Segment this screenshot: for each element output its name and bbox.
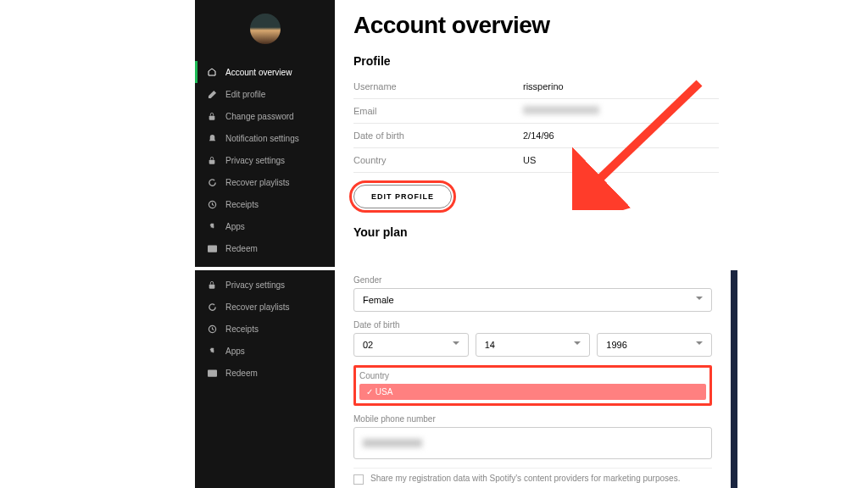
puzzle-icon <box>207 346 217 356</box>
svg-rect-3 <box>208 245 217 252</box>
field-value: 2/14/96 <box>523 130 554 141</box>
sidebar-item-redeem[interactable]: Redeem <box>195 362 335 384</box>
sidebar-item-label: Notification settings <box>225 134 299 143</box>
refresh-icon <box>207 302 217 312</box>
edit-profile-button[interactable]: EDIT PROFILE <box>353 185 452 208</box>
field-label: Mobile phone number <box>353 414 712 424</box>
checkbox-icon[interactable] <box>353 474 364 485</box>
svg-rect-1 <box>209 159 215 164</box>
sidebar-item-label: Recover playlists <box>225 178 290 187</box>
profile-row-country: Country US <box>353 148 719 173</box>
field-value: US <box>523 155 536 165</box>
card-icon <box>207 368 217 378</box>
lock-icon <box>207 280 217 290</box>
field-label: Email <box>353 106 523 116</box>
bell-icon <box>207 133 217 143</box>
sidebar-item-label: Apps <box>225 347 245 356</box>
sidebar-item-redeem[interactable]: Redeem <box>195 237 335 259</box>
field-label: Username <box>353 81 523 92</box>
dob-month-select[interactable]: 14 <box>476 333 591 357</box>
sidebar-item-receipts[interactable]: Receipts <box>195 318 335 340</box>
profile-row-email: Email <box>353 99 719 124</box>
sidebar-item-label: Account overview <box>225 68 292 77</box>
dob-year-select[interactable]: 1996 <box>597 333 712 357</box>
sidebar-item-privacy-settings[interactable]: Privacy settings <box>195 149 335 171</box>
gender-select[interactable]: Female <box>353 288 712 312</box>
lock-icon <box>207 111 217 121</box>
home-icon <box>207 67 217 77</box>
svg-rect-5 <box>209 284 215 288</box>
sidebar-item-label: Apps <box>225 222 245 231</box>
svg-rect-0 <box>209 115 215 119</box>
sidebar-item-label: Redeem <box>225 244 258 253</box>
field-value: rissperino <box>523 81 564 92</box>
refresh-icon <box>207 177 217 187</box>
sidebar-item-label: Recover playlists <box>225 302 290 312</box>
main-content: Account overview Profile Username risspe… <box>335 0 737 267</box>
sidebar-item-label: Privacy settings <box>225 156 285 165</box>
sidebar-item-label: Change password <box>225 112 294 121</box>
sidebar-item-receipts[interactable]: Receipts <box>195 193 335 215</box>
edit-form: Gender Female Date of birth 02 14 1996 C… <box>335 270 737 488</box>
dob-day-select[interactable]: 02 <box>353 333 469 357</box>
country-select[interactable]: ✓ USA <box>359 384 706 400</box>
sidebar-item-label: Redeem <box>225 369 258 378</box>
pencil-icon <box>207 89 217 99</box>
redacted-value <box>523 106 599 114</box>
field-label: Gender <box>353 275 712 285</box>
card-icon <box>207 243 217 253</box>
consent-checkbox-row[interactable]: Share my registration data with Spotify'… <box>353 468 712 488</box>
field-label: Date of birth <box>353 130 523 141</box>
sidebar-item-apps[interactable]: Apps <box>195 215 335 237</box>
page-title: Account overview <box>353 12 719 39</box>
sidebar-item-label: Receipts <box>225 324 259 334</box>
sidebar-item-notification-settings[interactable]: Notification settings <box>195 127 335 149</box>
sidebar-item-change-password[interactable]: Change password <box>195 105 335 127</box>
sidebar-item-privacy-settings[interactable]: Privacy settings <box>195 274 335 296</box>
sidebar-item-edit-profile[interactable]: Edit profile <box>195 83 335 105</box>
phone-input[interactable] <box>353 427 712 459</box>
sidebar: Account overview Edit profile Change pas… <box>195 0 335 267</box>
avatar[interactable] <box>250 14 281 44</box>
consent-label: Share my registration data with Spotify'… <box>370 474 680 483</box>
sidebar-item-account-overview[interactable]: Account overview <box>195 61 335 83</box>
profile-row-dob: Date of birth 2/14/96 <box>353 124 719 148</box>
svg-rect-7 <box>208 369 217 376</box>
profile-heading: Profile <box>353 54 719 68</box>
clock-icon <box>207 324 217 334</box>
field-label: Country <box>353 155 523 165</box>
puzzle-icon <box>207 221 217 231</box>
sidebar-item-recover-playlists[interactable]: Recover playlists <box>195 296 335 318</box>
sidebar-item-label: Receipts <box>225 200 259 209</box>
redacted-value <box>363 439 422 447</box>
field-label: Country <box>359 371 706 380</box>
clock-icon <box>207 199 217 209</box>
sidebar-item-apps[interactable]: Apps <box>195 340 335 362</box>
country-highlight: Country ✓ USA <box>353 365 712 406</box>
sidebar: Privacy settings Recover playlists Recei… <box>195 270 335 488</box>
profile-row-username: Username rissperino <box>353 75 719 99</box>
field-label: Date of birth <box>353 320 712 330</box>
lock-icon <box>207 155 217 165</box>
sidebar-item-recover-playlists[interactable]: Recover playlists <box>195 171 335 193</box>
sidebar-item-label: Privacy settings <box>225 280 285 290</box>
plan-heading: Your plan <box>353 225 719 239</box>
sidebar-item-label: Edit profile <box>225 90 265 99</box>
